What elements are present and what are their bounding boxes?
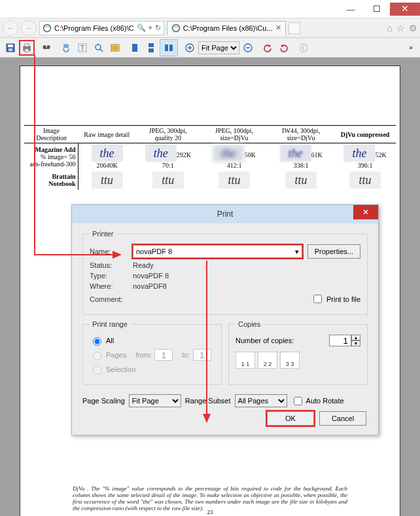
sample-cell: ttu bbox=[285, 172, 317, 189]
rotate-cw-icon[interactable] bbox=[276, 40, 292, 56]
sample-cell: ttu bbox=[219, 172, 250, 189]
viewer-toolbar: T Fit Page » bbox=[0, 38, 420, 58]
copies-label: Number of copies: bbox=[236, 337, 294, 344]
dialog-title: Print bbox=[217, 210, 234, 219]
copies-fieldset: Copies Number of copies: ▲▼ 1 1 2 2 3 3 bbox=[228, 320, 368, 385]
where-value: novaPDF8 bbox=[133, 282, 167, 290]
ok-button[interactable]: OK bbox=[267, 411, 314, 426]
browser-tab[interactable]: C:\Program Files (x86)\Cu... ✕ bbox=[167, 21, 286, 35]
col-header: JPEG, 300dpi, quality 20 bbox=[135, 126, 201, 143]
sample-cell: the bbox=[280, 145, 311, 162]
sample-cell: the bbox=[145, 145, 177, 162]
name-label: Name: bbox=[90, 248, 128, 255]
doc-footer-text: DjVu . The "% image" value corresponds t… bbox=[20, 485, 400, 511]
pan-icon[interactable] bbox=[58, 40, 74, 56]
page-number: 23 bbox=[20, 509, 400, 515]
col-header: JPEG, 100dpi, size=DjVu bbox=[201, 126, 268, 143]
print-to-file-checkbox[interactable]: Print to file bbox=[311, 293, 360, 305]
svg-point-29 bbox=[300, 44, 307, 52]
range-pages-radio[interactable]: Pages from: to: bbox=[90, 349, 215, 361]
maximize-button[interactable]: ☐ bbox=[364, 3, 390, 16]
svg-point-1 bbox=[172, 24, 179, 31]
print-range-fieldset: Print range All Pages from: to: Selectio… bbox=[82, 320, 222, 385]
tab-close-icon[interactable]: ✕ bbox=[275, 24, 281, 32]
svg-rect-10 bbox=[46, 48, 47, 49]
address-text: C:\Program Files (x86)\C bbox=[54, 24, 134, 32]
sample-cell: ttu bbox=[92, 172, 123, 189]
print-dialog: Print ✕ Printer Name: novaPDF 8▾ Propert… bbox=[71, 204, 379, 435]
ie-favicon-icon bbox=[171, 24, 181, 33]
svg-rect-22 bbox=[165, 45, 168, 51]
printer-name-select[interactable]: novaPDF 8▾ bbox=[133, 245, 302, 258]
where-label: Where: bbox=[90, 282, 128, 290]
zoom-icon[interactable] bbox=[91, 40, 107, 56]
page-scaling-label: Page Scaling bbox=[82, 397, 125, 405]
printer-fieldset: Printer Name: novaPDF 8▾ Properties... S… bbox=[82, 230, 368, 315]
facing-icon[interactable] bbox=[161, 40, 177, 56]
search-icon[interactable]: 🔍 bbox=[137, 24, 146, 32]
svg-point-13 bbox=[96, 45, 101, 50]
tools-icon[interactable]: ⚙ bbox=[409, 23, 417, 33]
home-icon[interactable]: ⌂ bbox=[387, 23, 393, 33]
select-text-icon[interactable]: T bbox=[75, 40, 90, 56]
refresh-icon[interactable]: ↻ bbox=[155, 24, 161, 32]
svg-line-14 bbox=[100, 49, 103, 52]
svg-point-9 bbox=[47, 45, 50, 49]
svg-point-0 bbox=[44, 24, 51, 31]
row-head: Brattain Notebook bbox=[24, 170, 79, 190]
sample-cell: ttu bbox=[152, 172, 184, 189]
range-selection-radio[interactable]: Selection bbox=[90, 364, 215, 375]
svg-rect-3 bbox=[8, 45, 13, 47]
minimize-button[interactable]: — bbox=[338, 3, 364, 16]
new-tab-button[interactable] bbox=[289, 22, 300, 34]
range-subset-label: Range Subset bbox=[185, 397, 231, 405]
svg-text:T: T bbox=[80, 45, 84, 52]
status-value: Ready bbox=[133, 261, 154, 269]
continuous-icon[interactable] bbox=[143, 40, 159, 56]
window-titlebar: — ☐ ✕ bbox=[0, 0, 420, 18]
fieldset-legend: Print range bbox=[90, 320, 130, 328]
print-icon[interactable] bbox=[19, 40, 35, 56]
range-all-radio[interactable]: All bbox=[90, 335, 215, 346]
zoom-in-icon[interactable] bbox=[182, 40, 198, 56]
select-region-icon[interactable] bbox=[107, 40, 123, 56]
toolbar-overflow[interactable]: » bbox=[403, 40, 419, 56]
sample-cell: the bbox=[343, 145, 375, 162]
ie-favicon-icon bbox=[43, 24, 52, 33]
svg-rect-19 bbox=[132, 44, 137, 52]
dialog-titlebar: Print ✕ bbox=[72, 205, 378, 223]
zoom-select[interactable]: Fit Page bbox=[198, 41, 239, 54]
svg-rect-23 bbox=[169, 45, 173, 51]
zoom-out-icon[interactable] bbox=[240, 40, 256, 56]
page-scaling-select[interactable]: Fit Page bbox=[129, 394, 181, 407]
forward-button[interactable]: → bbox=[21, 20, 37, 36]
back-button[interactable]: ← bbox=[3, 20, 18, 36]
find-icon[interactable] bbox=[39, 40, 54, 56]
rotate-ccw-icon[interactable] bbox=[260, 40, 275, 56]
svg-point-8 bbox=[43, 45, 46, 49]
properties-button[interactable]: Properties... bbox=[307, 244, 360, 259]
auto-rotate-checkbox[interactable]: Auto Rotate bbox=[291, 395, 344, 407]
favorites-icon[interactable]: ☆ bbox=[396, 23, 405, 33]
cancel-button[interactable]: Cancel bbox=[319, 411, 366, 426]
save-icon[interactable] bbox=[3, 40, 18, 56]
sample-cell: the bbox=[92, 145, 123, 162]
window-close-button[interactable]: ✕ bbox=[390, 3, 420, 16]
type-label: Type: bbox=[90, 272, 128, 280]
comment-label: Comment: bbox=[90, 295, 128, 303]
collate-preview: 1 1 2 2 3 3 bbox=[236, 352, 360, 369]
dialog-close-button[interactable]: ✕ bbox=[353, 205, 378, 219]
address-bar[interactable]: C:\Program Files (x86)\C 🔍 ▾ ↻ bbox=[39, 21, 164, 35]
prev-icon[interactable] bbox=[296, 40, 311, 56]
copies-spinner[interactable]: ▲▼ bbox=[329, 335, 360, 346]
col-header: Image Description bbox=[24, 126, 79, 143]
type-value: novaPDF 8 bbox=[133, 272, 169, 280]
to-input[interactable] bbox=[193, 349, 211, 361]
status-label: Status: bbox=[90, 261, 128, 269]
from-input[interactable] bbox=[154, 349, 173, 361]
sample-cell: ttu bbox=[349, 172, 381, 189]
single-page-icon[interactable] bbox=[127, 40, 143, 56]
svg-rect-20 bbox=[149, 43, 154, 47]
col-header: DjVu compressed bbox=[334, 126, 396, 143]
range-subset-select[interactable]: All Pages bbox=[235, 394, 287, 407]
